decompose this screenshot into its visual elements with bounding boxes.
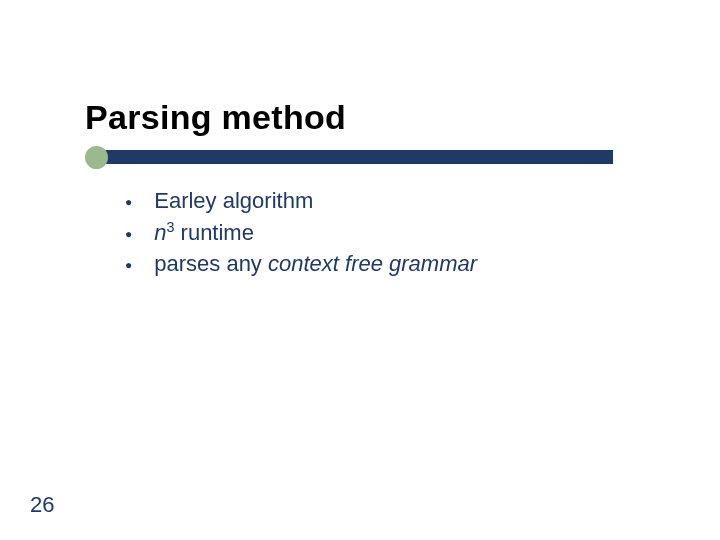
- accent-bar: [98, 150, 613, 164]
- bullet-text: parses any context free grammar: [154, 249, 477, 279]
- list-item: ● parses any context free grammar: [125, 249, 640, 279]
- page-number: 26: [30, 492, 54, 518]
- bullet-list: ● Earley algorithm ● n3 runtime ● parses…: [125, 186, 640, 281]
- list-item: ● Earley algorithm: [125, 186, 640, 216]
- accent-circle: [85, 146, 108, 169]
- slide-title: Parsing method: [85, 98, 346, 137]
- bullet-icon: ●: [125, 194, 132, 210]
- bullet-icon: ●: [125, 226, 132, 242]
- bullet-icon: ●: [125, 257, 132, 273]
- list-item: ● n3 runtime: [125, 218, 640, 248]
- bullet-text: n3 runtime: [154, 218, 254, 248]
- bullet-text: Earley algorithm: [154, 186, 313, 216]
- slide: Parsing method ● Earley algorithm ● n3 r…: [0, 0, 720, 540]
